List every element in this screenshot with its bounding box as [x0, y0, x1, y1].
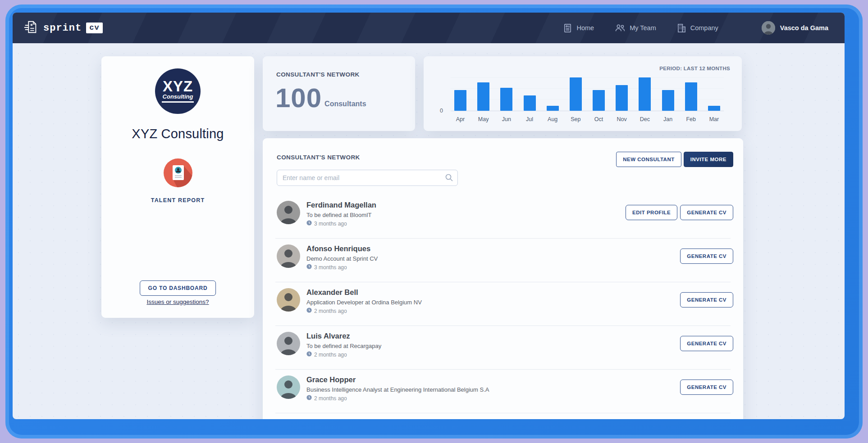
stats-count-row: 100 Consultants [275, 84, 366, 112]
generate-cv-button[interactable]: GENERATE CV [680, 380, 733, 395]
issues-suggestions-link[interactable]: Issues or suggestions? [101, 298, 254, 305]
x-axis-tick-label: Mar [709, 116, 719, 122]
app-viewport: sprint cv Home [13, 13, 845, 419]
nav-item-home[interactable]: Home [563, 23, 594, 33]
user-menu[interactable]: Vasco da Gama [762, 21, 828, 35]
nav-items: Home My Team [563, 21, 828, 35]
consultant-list: Ferdinand MagellanTo be defined at Bloom… [263, 194, 743, 419]
chart-bar [570, 77, 582, 111]
chart-bar-group-aug: Aug [547, 77, 559, 111]
consultants-unit: Consultants [322, 100, 366, 112]
network-card-title: CONSULTANT'S NETWORK [277, 154, 360, 161]
invite-more-button[interactable]: INVITE MORE [684, 152, 733, 167]
go-to-dashboard-button[interactable]: GO TO DASHBOARD [140, 280, 216, 296]
building-icon [677, 23, 686, 33]
nav-item-label: Company [690, 24, 718, 32]
generate-cv-button[interactable]: GENERATE CV [680, 205, 733, 220]
consultant-row: Ferdinand MagellanTo be defined at Bloom… [263, 194, 743, 238]
edit-profile-button[interactable]: EDIT PROFILE [626, 205, 677, 220]
chart-bar-group-oct: Oct [593, 77, 605, 111]
talent-report-label: TALENT REPORT [101, 197, 254, 203]
search-icon[interactable] [445, 173, 453, 184]
x-axis-tick-label: Nov [617, 116, 627, 122]
chart-bar-group-sep: Sep [570, 77, 582, 111]
user-avatar [762, 21, 775, 35]
consultant-updated: 3 months ago [306, 220, 376, 227]
consultant-updated: 2 months ago [306, 395, 489, 402]
brand-badge: cv [86, 23, 102, 33]
consultant-avatar [277, 288, 300, 312]
chart-bar-group-jun: Jun [500, 77, 512, 111]
chart-bar [477, 82, 489, 111]
consultant-name: Inge Lehmann [306, 419, 357, 419]
clock-icon [306, 351, 312, 358]
generate-cv-button[interactable]: GENERATE CV [680, 292, 733, 307]
consultant-info: Afonso HenriquesDemo Account at Sprint C… [306, 244, 378, 271]
chart-bar-group-may: May [477, 77, 489, 111]
nav-item-label: My Team [630, 24, 656, 32]
nav-item-my-team[interactable]: My Team [615, 23, 656, 32]
chart-bar [593, 90, 605, 111]
chart-period-label: PERIOD: LAST 12 MONTHS [659, 66, 730, 71]
new-consultant-button[interactable]: NEW CONSULTANT [616, 152, 681, 167]
consultant-avatar [277, 332, 300, 355]
chart-bar-group-jul: Jul [524, 77, 536, 111]
consultant-row: Grace HopperBusiness Intelligence Analys… [263, 369, 743, 413]
x-axis-tick-label: Feb [686, 116, 696, 122]
generate-cv-button[interactable]: GENERATE CV [680, 249, 733, 264]
consultant-role: To be defined at BloomIT [306, 211, 376, 219]
chart-bar [616, 85, 628, 111]
search-input[interactable] [277, 170, 458, 186]
clock-icon [306, 395, 312, 402]
consultant-name: Alexander Bell [306, 288, 422, 297]
consultant-actions: GENERATE CV [680, 336, 733, 351]
x-axis-tick-label: Jan [663, 116, 672, 122]
clock-icon [306, 220, 312, 227]
consultant-row: Luis AlvarezTo be defined at Recargapay2… [263, 325, 743, 369]
consultant-row: Afonso HenriquesDemo Account at Sprint C… [263, 238, 743, 282]
x-axis-tick-label: Aug [548, 116, 557, 122]
navbar: sprint cv Home [13, 13, 845, 43]
nav-item-company[interactable]: Company [677, 23, 718, 33]
chart-bar [639, 77, 651, 111]
chart-bar-group-jan: Jan [662, 77, 674, 111]
chart-bar [547, 106, 559, 111]
bar-chart: 0 AprMayJunJulAugSepOctNovDecJanFebMar [451, 77, 724, 111]
chart-bar-group-dec: Dec [639, 77, 651, 111]
generate-cv-button[interactable]: GENERATE CV [680, 336, 733, 351]
consultant-info: Ferdinand MagellanTo be defined at Bloom… [306, 200, 376, 227]
chart-bar [500, 88, 512, 111]
consultant-row: Alexander BellApplication Developer at O… [263, 282, 743, 325]
consultant-info: Inge Lehmann [306, 419, 357, 419]
nav-item-label: Home [576, 24, 594, 32]
company-logo-text: XYZ [163, 80, 193, 93]
consultants-count: 100 [275, 84, 322, 112]
chart-bar-group-mar: Mar [708, 77, 720, 111]
consultant-role: Application Developer at Ordina Belgium … [306, 298, 422, 307]
consultant-info: Luis AlvarezTo be defined at Recargapay2… [306, 331, 381, 358]
x-axis-tick-label: Sep [571, 116, 580, 122]
consultant-name: Ferdinand Magellan [306, 200, 376, 210]
brand-logo[interactable]: sprint cv [23, 19, 103, 36]
consultant-actions: EDIT PROFILEGENERATE CV [626, 205, 733, 220]
company-logo: XYZ Consulting [155, 68, 201, 114]
x-axis-tick-label: Dec [640, 116, 650, 122]
consultants-chart-card: PERIOD: LAST 12 MONTHS 0 AprMayJunJulAug… [424, 56, 742, 131]
consultant-updated: 3 months ago [306, 264, 378, 271]
x-axis-tick-label: May [478, 116, 489, 122]
talent-report-icon[interactable] [164, 158, 192, 187]
consultant-name: Afonso Henriques [306, 244, 378, 253]
consultant-actions: GENERATE CV [680, 380, 733, 395]
chart-bar [662, 90, 674, 111]
consultant-actions: GENERATE CV [680, 292, 733, 307]
chart-bar-group-nov: Nov [616, 77, 628, 111]
x-axis-tick-label: Apr [456, 116, 465, 122]
consultant-name: Luis Alvarez [306, 331, 381, 341]
x-axis-tick-label: Jul [526, 116, 533, 122]
consultant-role: To be defined at Recargapay [306, 342, 381, 350]
clock-icon [306, 264, 312, 271]
user-name: Vasco da Gama [780, 24, 828, 32]
consultant-row: Inge LehmannGENERATE CV [263, 413, 743, 419]
consultant-info: Alexander BellApplication Developer at O… [306, 288, 422, 315]
company-name: XYZ Consulting [101, 127, 254, 141]
